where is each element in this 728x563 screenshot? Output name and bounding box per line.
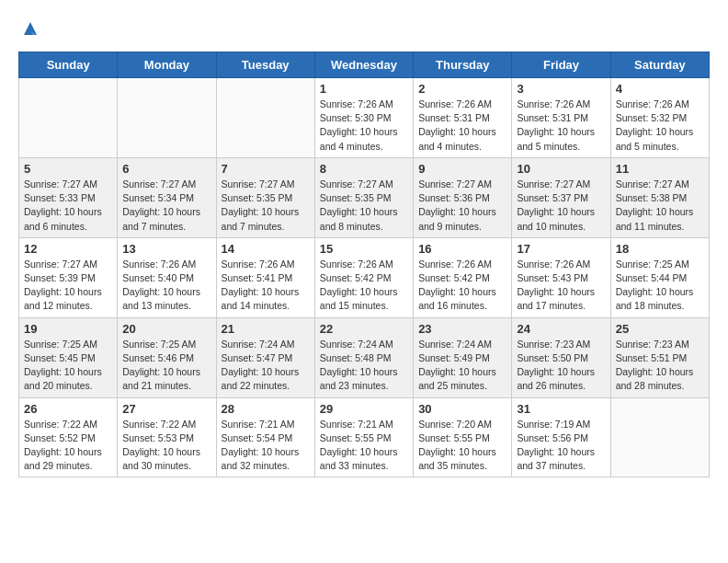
day-info: Sunrise: 7:27 AMSunset: 5:38 PMDaylight:… bbox=[616, 178, 704, 234]
day-number: 15 bbox=[320, 242, 408, 256]
day-number: 22 bbox=[320, 322, 408, 336]
day-info: Sunrise: 7:27 AMSunset: 5:35 PMDaylight:… bbox=[222, 178, 310, 234]
calendar-cell: 6Sunrise: 7:27 AMSunset: 5:34 PMDaylight… bbox=[118, 157, 216, 237]
weekday-header-thursday: Thursday bbox=[414, 52, 512, 78]
day-info: Sunrise: 7:23 AMSunset: 5:50 PMDaylight:… bbox=[517, 338, 605, 394]
calendar-table: SundayMondayTuesdayWednesdayThursdayFrid… bbox=[18, 52, 710, 477]
day-info: Sunrise: 7:25 AMSunset: 5:45 PMDaylight:… bbox=[24, 338, 112, 394]
day-number: 3 bbox=[517, 82, 605, 96]
day-number: 27 bbox=[122, 402, 210, 416]
day-info: Sunrise: 7:25 AMSunset: 5:44 PMDaylight:… bbox=[616, 258, 704, 314]
day-info: Sunrise: 7:19 AMSunset: 5:56 PMDaylight:… bbox=[517, 418, 605, 474]
day-number: 21 bbox=[222, 322, 310, 336]
calendar-cell: 7Sunrise: 7:27 AMSunset: 5:35 PMDaylight… bbox=[216, 157, 314, 237]
day-number: 16 bbox=[418, 242, 506, 256]
weekday-header-tuesday: Tuesday bbox=[216, 52, 314, 78]
calendar-cell: 16Sunrise: 7:26 AMSunset: 5:42 PMDayligh… bbox=[414, 237, 512, 317]
day-number: 31 bbox=[517, 402, 605, 416]
calendar-cell bbox=[118, 78, 216, 158]
day-info: Sunrise: 7:27 AMSunset: 5:34 PMDaylight:… bbox=[122, 178, 210, 234]
week-row-1: 1Sunrise: 7:26 AMSunset: 5:30 PMDaylight… bbox=[19, 78, 710, 158]
day-number: 18 bbox=[616, 242, 704, 256]
weekday-header-friday: Friday bbox=[512, 52, 610, 78]
calendar-cell: 19Sunrise: 7:25 AMSunset: 5:45 PMDayligh… bbox=[19, 317, 118, 397]
day-number: 19 bbox=[24, 322, 112, 336]
calendar-cell: 29Sunrise: 7:21 AMSunset: 5:55 PMDayligh… bbox=[314, 397, 413, 477]
page-header bbox=[18, 18, 710, 42]
day-number: 30 bbox=[418, 402, 506, 416]
day-info: Sunrise: 7:26 AMSunset: 5:41 PMDaylight:… bbox=[222, 258, 310, 314]
day-info: Sunrise: 7:24 AMSunset: 5:47 PMDaylight:… bbox=[222, 338, 310, 394]
day-number: 25 bbox=[616, 322, 704, 336]
weekday-header-saturday: Saturday bbox=[610, 52, 709, 78]
day-info: Sunrise: 7:27 AMSunset: 5:37 PMDaylight:… bbox=[517, 178, 605, 234]
day-info: Sunrise: 7:27 AMSunset: 5:36 PMDaylight:… bbox=[418, 178, 506, 234]
calendar-cell: 15Sunrise: 7:26 AMSunset: 5:42 PMDayligh… bbox=[314, 237, 413, 317]
day-info: Sunrise: 7:20 AMSunset: 5:55 PMDaylight:… bbox=[418, 418, 506, 474]
day-number: 26 bbox=[24, 402, 112, 416]
svg-marker-0 bbox=[24, 22, 37, 35]
calendar-cell: 4Sunrise: 7:26 AMSunset: 5:32 PMDaylight… bbox=[610, 78, 709, 158]
day-info: Sunrise: 7:21 AMSunset: 5:54 PMDaylight:… bbox=[222, 418, 310, 474]
calendar-cell: 31Sunrise: 7:19 AMSunset: 5:56 PMDayligh… bbox=[512, 397, 610, 477]
calendar-cell: 10Sunrise: 7:27 AMSunset: 5:37 PMDayligh… bbox=[512, 157, 610, 237]
day-info: Sunrise: 7:26 AMSunset: 5:30 PMDaylight:… bbox=[320, 98, 408, 154]
calendar-cell: 28Sunrise: 7:21 AMSunset: 5:54 PMDayligh… bbox=[216, 397, 314, 477]
calendar-cell: 20Sunrise: 7:25 AMSunset: 5:46 PMDayligh… bbox=[118, 317, 216, 397]
calendar-cell: 21Sunrise: 7:24 AMSunset: 5:47 PMDayligh… bbox=[216, 317, 314, 397]
calendar-cell: 30Sunrise: 7:20 AMSunset: 5:55 PMDayligh… bbox=[414, 397, 512, 477]
day-number: 29 bbox=[320, 402, 408, 416]
day-number: 7 bbox=[222, 162, 310, 176]
weekday-header-monday: Monday bbox=[118, 52, 216, 78]
day-number: 9 bbox=[418, 162, 506, 176]
day-info: Sunrise: 7:22 AMSunset: 5:53 PMDaylight:… bbox=[122, 418, 210, 474]
day-number: 2 bbox=[418, 82, 506, 96]
day-info: Sunrise: 7:22 AMSunset: 5:52 PMDaylight:… bbox=[24, 418, 112, 474]
day-number: 23 bbox=[418, 322, 506, 336]
calendar-cell: 17Sunrise: 7:26 AMSunset: 5:43 PMDayligh… bbox=[512, 237, 610, 317]
day-info: Sunrise: 7:26 AMSunset: 5:42 PMDaylight:… bbox=[320, 258, 408, 314]
calendar-cell: 24Sunrise: 7:23 AMSunset: 5:50 PMDayligh… bbox=[512, 317, 610, 397]
calendar-cell: 9Sunrise: 7:27 AMSunset: 5:36 PMDaylight… bbox=[414, 157, 512, 237]
calendar-cell: 3Sunrise: 7:26 AMSunset: 5:31 PMDaylight… bbox=[512, 78, 610, 158]
day-info: Sunrise: 7:23 AMSunset: 5:51 PMDaylight:… bbox=[616, 338, 704, 394]
logo-icon bbox=[20, 18, 40, 39]
day-number: 4 bbox=[616, 82, 704, 96]
day-info: Sunrise: 7:26 AMSunset: 5:43 PMDaylight:… bbox=[517, 258, 605, 314]
day-info: Sunrise: 7:24 AMSunset: 5:49 PMDaylight:… bbox=[418, 338, 506, 394]
day-number: 14 bbox=[222, 242, 310, 256]
day-number: 11 bbox=[616, 162, 704, 176]
calendar-cell: 18Sunrise: 7:25 AMSunset: 5:44 PMDayligh… bbox=[610, 237, 709, 317]
week-row-3: 12Sunrise: 7:27 AMSunset: 5:39 PMDayligh… bbox=[19, 237, 710, 317]
day-number: 5 bbox=[24, 162, 112, 176]
calendar-cell bbox=[216, 78, 314, 158]
day-number: 1 bbox=[320, 82, 408, 96]
calendar-cell: 27Sunrise: 7:22 AMSunset: 5:53 PMDayligh… bbox=[118, 397, 216, 477]
calendar-cell: 11Sunrise: 7:27 AMSunset: 5:38 PMDayligh… bbox=[610, 157, 709, 237]
day-number: 24 bbox=[517, 322, 605, 336]
week-row-2: 5Sunrise: 7:27 AMSunset: 5:33 PMDaylight… bbox=[19, 157, 710, 237]
calendar-cell: 25Sunrise: 7:23 AMSunset: 5:51 PMDayligh… bbox=[610, 317, 709, 397]
day-info: Sunrise: 7:27 AMSunset: 5:39 PMDaylight:… bbox=[24, 258, 112, 314]
calendar-cell: 13Sunrise: 7:26 AMSunset: 5:40 PMDayligh… bbox=[118, 237, 216, 317]
day-info: Sunrise: 7:26 AMSunset: 5:32 PMDaylight:… bbox=[616, 98, 704, 154]
day-number: 17 bbox=[517, 242, 605, 256]
day-number: 12 bbox=[24, 242, 112, 256]
week-row-5: 26Sunrise: 7:22 AMSunset: 5:52 PMDayligh… bbox=[19, 397, 710, 477]
calendar-cell bbox=[19, 78, 118, 158]
day-info: Sunrise: 7:24 AMSunset: 5:48 PMDaylight:… bbox=[320, 338, 408, 394]
logo-text bbox=[18, 18, 40, 42]
day-number: 28 bbox=[222, 402, 310, 416]
day-number: 20 bbox=[122, 322, 210, 336]
day-info: Sunrise: 7:27 AMSunset: 5:35 PMDaylight:… bbox=[320, 178, 408, 234]
calendar-cell: 12Sunrise: 7:27 AMSunset: 5:39 PMDayligh… bbox=[19, 237, 118, 317]
calendar-cell: 2Sunrise: 7:26 AMSunset: 5:31 PMDaylight… bbox=[414, 78, 512, 158]
calendar-cell: 23Sunrise: 7:24 AMSunset: 5:49 PMDayligh… bbox=[414, 317, 512, 397]
weekday-header-row: SundayMondayTuesdayWednesdayThursdayFrid… bbox=[19, 52, 710, 78]
day-number: 8 bbox=[320, 162, 408, 176]
calendar-cell: 22Sunrise: 7:24 AMSunset: 5:48 PMDayligh… bbox=[314, 317, 413, 397]
calendar-cell: 5Sunrise: 7:27 AMSunset: 5:33 PMDaylight… bbox=[19, 157, 118, 237]
calendar-cell: 8Sunrise: 7:27 AMSunset: 5:35 PMDaylight… bbox=[314, 157, 413, 237]
day-info: Sunrise: 7:26 AMSunset: 5:31 PMDaylight:… bbox=[517, 98, 605, 154]
day-info: Sunrise: 7:26 AMSunset: 5:40 PMDaylight:… bbox=[122, 258, 210, 314]
